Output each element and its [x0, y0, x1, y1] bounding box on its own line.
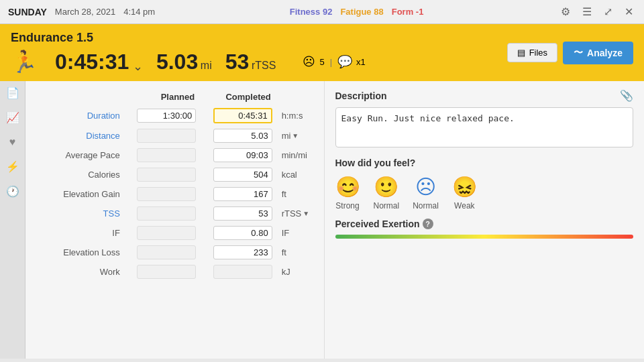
data-section: Planned Completed Durationh:m:sDistancem… [25, 81, 325, 359]
feel-normal-2[interactable]: ☹ Normal [413, 175, 439, 210]
clip-icon[interactable]: 📎 [620, 89, 633, 102]
resize-icon[interactable]: ⤢ [601, 4, 615, 19]
unit-cell-3: kcal [278, 166, 323, 184]
workout-stats: 🏃 0:45:31 ⌄ 5.03 mi 53 rTSS ☹ 5 | 💬 x1 [11, 49, 366, 74]
unit-dropdown-arrow-5[interactable]: ▼ [303, 210, 309, 217]
metric-label-elevation-loss: Elevation Loss [27, 243, 124, 261]
completed-input-6[interactable] [213, 226, 272, 240]
header-info: Endurance 1.5 🏃 0:45:31 ⌄ 5.03 mi 53 rTS… [11, 31, 366, 74]
normal2-label: Normal [413, 201, 439, 210]
metric-label-distance[interactable]: Distance [27, 127, 124, 145]
planned-cell-7 [125, 243, 200, 261]
form-label: Form [392, 7, 416, 17]
completed-cell-8 [201, 263, 276, 281]
planned-cell-8 [125, 263, 200, 281]
planned-cell-2 [125, 146, 200, 164]
analyze-icon: 〜 [574, 47, 583, 59]
analyze-button[interactable]: 〜 Analyze [563, 42, 633, 64]
feel-normal-1[interactable]: 🙂 Normal [374, 175, 400, 210]
completed-col-header: Completed [201, 89, 276, 105]
unit-cell-8: kJ [278, 263, 323, 281]
planned-input-6[interactable] [137, 226, 196, 240]
completed-input-5[interactable] [213, 206, 272, 221]
unit-text-5: rTSS [282, 208, 302, 219]
unit-dropdown-arrow-1[interactable]: ▼ [292, 132, 299, 139]
unit-with-dropdown-1: mi▼ [282, 131, 319, 141]
distance-value: 5.03 [156, 50, 198, 74]
completed-input-3[interactable] [213, 168, 272, 182]
feel-weak[interactable]: 😖 Weak [452, 175, 477, 210]
table-row: TSSrTSS▼ [27, 204, 323, 223]
description-section: Description 📎 [335, 89, 634, 102]
tss-unit: rTSS [252, 60, 276, 71]
completed-cell-6 [201, 224, 276, 242]
planned-cell-0 [125, 106, 200, 125]
metric-label-average-pace: Average Pace [27, 146, 124, 164]
table-row: Distancemi▼ [27, 127, 323, 145]
planned-input-5[interactable] [137, 206, 196, 221]
planned-input-8[interactable] [137, 265, 196, 279]
table-row: Average Pacemin/mi [27, 146, 323, 164]
sidebar-clock-icon[interactable]: 🕐 [6, 185, 19, 198]
table-row: Durationh:m:s [27, 106, 323, 125]
duration-stat: 0:45:31 ⌄ [55, 50, 143, 74]
normal1-icon: 🙂 [374, 175, 398, 198]
tss-stat: 53 rTSS [225, 50, 276, 74]
completed-cell-1 [201, 127, 276, 145]
sad-face-icon: ☹ [303, 54, 315, 69]
planned-input-3[interactable] [137, 168, 196, 182]
completed-input-1[interactable] [213, 129, 272, 143]
weak-icon: 😖 [452, 175, 477, 198]
close-icon[interactable]: ✕ [622, 4, 636, 19]
sidebar-bolt-icon[interactable]: ⚡ [6, 160, 19, 173]
table-row: Elevation Lossft [27, 243, 323, 261]
form-section: Form -1 [392, 7, 424, 17]
metric-label-tss[interactable]: TSS [27, 204, 124, 223]
planned-input-7[interactable] [137, 245, 196, 259]
sidebar-heart-icon[interactable]: ♥ [9, 136, 16, 148]
unit-cell-0: h:m:s [278, 106, 323, 125]
description-textarea[interactable] [335, 107, 634, 147]
fatigue-label: Fatigue [340, 7, 374, 17]
distance-stat: 5.03 mi [156, 50, 212, 74]
metric-label-elevation-gain: Elevation Gain [27, 185, 124, 203]
completed-input-4[interactable] [213, 187, 272, 201]
exertion-title-text: Perceived Exertion [335, 219, 420, 229]
strong-icon: 😊 [335, 175, 360, 198]
feel-options: 😊 Strong 🙂 Normal ☹ Normal 😖 Weak [335, 175, 634, 210]
exertion-bar [335, 235, 634, 239]
fitness-value: 92 [323, 7, 332, 17]
metrics-table: Planned Completed Durationh:m:sDistancem… [25, 88, 324, 282]
planned-cell-5 [125, 204, 200, 223]
planned-cell-6 [125, 224, 200, 242]
completed-cell-7 [201, 243, 276, 261]
planned-input-0[interactable] [137, 109, 196, 123]
sidebar-document-icon[interactable]: 📄 [6, 86, 19, 99]
completed-cell-2 [201, 146, 276, 164]
files-button[interactable]: ▤ Files [507, 43, 557, 62]
unit-cell-1: mi▼ [278, 127, 323, 145]
planned-col-header: Planned [125, 89, 200, 105]
completed-input-7[interactable] [213, 245, 272, 259]
weak-label: Weak [454, 201, 474, 210]
completed-input-2[interactable] [213, 148, 272, 162]
exertion-help-icon[interactable]: ? [423, 219, 433, 229]
completed-input-8[interactable] [213, 265, 272, 279]
fitness-label: Fitness [290, 7, 323, 17]
workout-header: Endurance 1.5 🏃 0:45:31 ⌄ 5.03 mi 53 rTS… [0, 24, 644, 81]
feel-strong[interactable]: 😊 Strong [335, 175, 360, 210]
date-label: March 28, 2021 [55, 7, 115, 17]
table-row: IFIF [27, 224, 323, 242]
sidebar-chart-icon[interactable]: 📈 [6, 111, 19, 124]
planned-input-1[interactable] [137, 129, 196, 143]
planned-input-4[interactable] [137, 187, 196, 201]
planned-input-2[interactable] [137, 148, 196, 162]
completed-input-0[interactable] [213, 108, 272, 123]
settings-icon[interactable]: ⚙ [558, 4, 573, 19]
unit-cell-2: min/mi [278, 146, 323, 164]
fatigue-section: Fatigue 88 [340, 7, 383, 17]
header-actions: ▤ Files 〜 Analyze [507, 42, 633, 64]
distance-unit: mi [201, 60, 212, 71]
menu-icon[interactable]: ☰ [580, 4, 594, 19]
metric-label-duration[interactable]: Duration [27, 106, 124, 125]
